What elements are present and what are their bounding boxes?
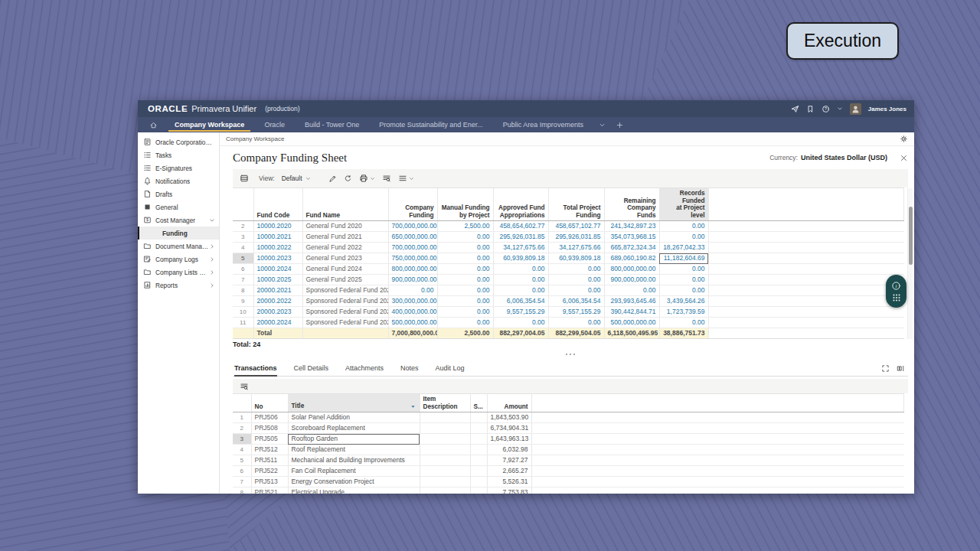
funding-value-cell[interactable]: 60,939,809.18 <box>548 253 604 264</box>
funding-scrollbar[interactable] <box>907 188 913 339</box>
row-number-cell[interactable]: 6 <box>233 264 253 275</box>
funding-value-cell[interactable]: 0.00 <box>493 275 548 285</box>
funding-value-cell[interactable]: 800,000,000.00 <box>388 264 437 275</box>
fund-code-cell[interactable]: 10000.2020 <box>253 221 302 232</box>
column-header-no[interactable]: No <box>251 394 288 412</box>
column-header-approved-fund-appropriations[interactable]: Approved Fund Appropriations <box>493 188 548 221</box>
item-description-cell[interactable] <box>420 445 470 455</box>
fund-name-cell[interactable]: General Fund 2022 <box>302 243 388 253</box>
fund-name-cell[interactable]: Sponsored Federal Fund 2024 <box>302 318 388 328</box>
tabs-overflow-chevron-icon[interactable] <box>593 117 611 132</box>
title-cell[interactable]: Energy Conservation Project <box>288 477 420 487</box>
row-number-cell[interactable]: 3 <box>233 232 253 243</box>
row-number-cell[interactable]: 10 <box>233 307 253 318</box>
chevron-down-icon[interactable] <box>837 106 843 112</box>
title-cell[interactable]: Rooftop Garden <box>288 434 420 445</box>
row-number-cell[interactable]: 1 <box>233 412 251 423</box>
funding-value-cell[interactable]: 700,000,000.00 <box>388 221 437 232</box>
column-header-records-funded-at-project-level[interactable]: Records Funded at Project level <box>659 188 708 221</box>
print-button[interactable] <box>359 174 375 183</box>
funding-value-cell[interactable]: 0.00 <box>659 221 708 232</box>
help-icon[interactable]: ? <box>822 105 830 113</box>
sidebar-item-general[interactable]: General <box>138 201 219 214</box>
sidebar-item-company-logs[interactable]: Company Logs <box>138 253 219 266</box>
funding-value-cell[interactable]: 900,000,000.00 <box>604 275 659 285</box>
item-description-cell[interactable] <box>420 412 470 423</box>
info-icon[interactable]: i <box>891 281 901 291</box>
fund-code-cell[interactable]: 10000.2022 <box>253 243 302 253</box>
funding-value-cell[interactable]: 0.00 <box>548 264 604 275</box>
item-description-cell[interactable] <box>420 466 470 477</box>
panel-icon[interactable] <box>897 364 905 373</box>
funding-value-cell[interactable]: 34,127,675.66 <box>493 243 548 253</box>
amount-cell[interactable]: 2,665.27 <box>487 466 531 477</box>
funding-value-cell[interactable]: 9,557,155.29 <box>493 307 548 318</box>
column-header-remaining-company-funds[interactable]: Remaining Company Funds <box>604 188 659 221</box>
record-no-cell[interactable]: PRJ505 <box>251 434 288 445</box>
sort-down-icon[interactable] <box>410 403 416 410</box>
status-cell[interactable] <box>470 423 487 434</box>
column-header-title[interactable]: Title <box>288 394 420 412</box>
funding-value-cell[interactable]: 0.00 <box>659 285 708 296</box>
funding-value-cell[interactable]: 0.00 <box>548 275 604 285</box>
title-cell[interactable]: Roof Replacement <box>288 445 420 455</box>
workspace-tab-promote-sustainability-and-ener[interactable]: Promote Sustainability and Ener... <box>369 117 493 132</box>
sidebar-item-notifications[interactable]: Notifications <box>138 174 219 187</box>
funding-value-cell[interactable]: 700,000,000.00 <box>388 243 437 253</box>
title-cell[interactable]: Electrical Upgrade <box>288 487 420 494</box>
fund-code-cell[interactable]: 10000.2025 <box>253 275 302 285</box>
funding-value-cell[interactable]: 1,723,739.59 <box>659 307 708 318</box>
funding-value-cell[interactable]: 500,000,000.00 <box>388 318 437 328</box>
amount-cell[interactable]: 6,032.98 <box>487 445 531 455</box>
row-number-cell[interactable]: 7 <box>233 477 251 487</box>
funding-value-cell[interactable]: 650,000,000.00 <box>388 232 437 243</box>
funding-value-cell[interactable]: 6,006,354.54 <box>493 296 548 307</box>
funding-value-cell[interactable]: 0.00 <box>548 285 604 296</box>
funding-value-cell[interactable]: 0.00 <box>437 285 493 296</box>
gear-icon[interactable] <box>900 135 908 143</box>
row-number-cell[interactable]: 8 <box>233 487 251 494</box>
status-cell[interactable] <box>470 487 487 494</box>
amount-cell[interactable]: 1,843,503.90 <box>487 412 531 423</box>
menu-button[interactable] <box>398 174 414 183</box>
home-icon[interactable] <box>142 117 165 132</box>
funding-value-cell[interactable]: 0.00 <box>493 285 548 296</box>
sidebar-item-oracle-corporation[interactable]: Oracle Corporation - ... <box>138 135 219 148</box>
record-no-cell[interactable]: PRJ506 <box>251 412 288 423</box>
funding-value-cell[interactable]: 390,442,844.71 <box>604 307 659 318</box>
column-header-amount[interactable]: Amount <box>487 394 531 412</box>
detail-tab-cell-details[interactable]: Cell Details <box>286 364 338 376</box>
fund-name-cell[interactable]: General Fund 2023 <box>302 253 388 264</box>
splitter-handle[interactable] <box>233 350 908 359</box>
row-number-cell[interactable]: 4 <box>233 243 253 253</box>
status-cell[interactable] <box>470 412 487 423</box>
detail-tab-transactions[interactable]: Transactions <box>233 364 286 376</box>
column-header-fund-code[interactable]: Fund Code <box>253 188 302 221</box>
send-icon[interactable] <box>791 105 799 113</box>
funding-value-cell[interactable]: 0.00 <box>493 318 548 328</box>
funding-value-cell[interactable]: 0.00 <box>437 232 493 243</box>
detail-tab-notes[interactable]: Notes <box>392 364 427 376</box>
title-cell[interactable]: Mechanical and Building Improvements <box>288 455 420 466</box>
apps-grid-icon[interactable] <box>892 293 901 302</box>
record-no-cell[interactable]: PRJ522 <box>251 466 288 477</box>
funding-value-cell[interactable]: 11,182,604.69 <box>659 253 708 264</box>
funding-value-cell[interactable]: 295,926,031.85 <box>493 232 548 243</box>
row-number-cell[interactable]: 5 <box>233 253 253 264</box>
item-description-cell[interactable] <box>420 423 470 434</box>
funding-value-cell[interactable]: 300,000,000.00 <box>388 296 437 307</box>
row-number-cell[interactable]: 3 <box>233 434 251 445</box>
funding-value-cell[interactable]: 0.00 <box>437 275 493 285</box>
fund-name-cell[interactable]: General Fund 2024 <box>302 264 388 275</box>
funding-value-cell[interactable]: 0.00 <box>437 307 493 318</box>
funding-value-cell[interactable]: 0.00 <box>437 253 493 264</box>
close-icon[interactable] <box>900 154 908 162</box>
funding-value-cell[interactable]: 458,654,602.77 <box>493 221 548 232</box>
status-cell[interactable] <box>470 445 487 455</box>
column-header-s[interactable]: S... <box>470 394 487 412</box>
fund-code-cell[interactable]: 10000.2023 <box>253 253 302 264</box>
status-cell[interactable] <box>470 466 487 477</box>
chevron-right-icon[interactable] <box>209 256 215 262</box>
workspace-tab-build-tower-one[interactable]: Build - Tower One <box>295 117 369 132</box>
fund-code-cell[interactable]: 20000.2024 <box>253 318 302 328</box>
